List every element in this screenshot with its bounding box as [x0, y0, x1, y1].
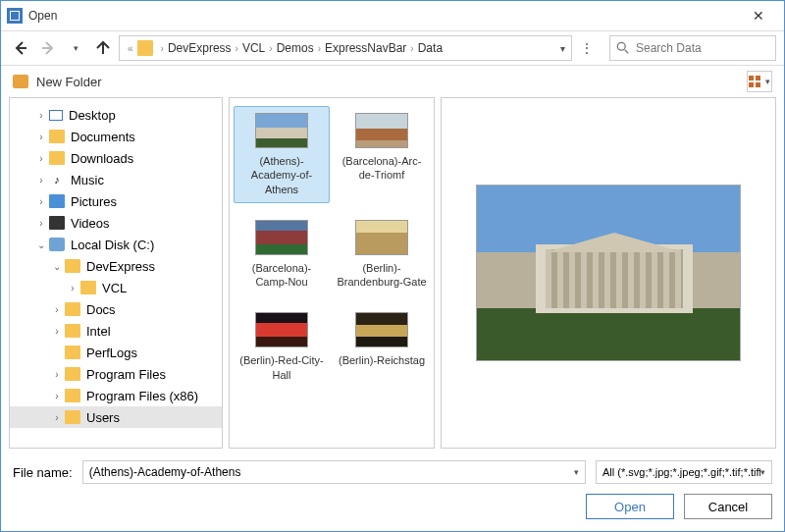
vid-icon	[49, 216, 65, 230]
search-placeholder: Search Data	[636, 41, 702, 55]
dialog-title: Open	[28, 9, 57, 23]
body-area: ›Desktop›Documents›Downloads›♪Music›Pict…	[1, 97, 784, 454]
folder-icon	[65, 367, 80, 381]
file-thumb[interactable]: (Berlin)-Reichstag	[334, 305, 430, 389]
preview-pane	[441, 97, 776, 449]
file-grid[interactable]: (Athens)-Academy-of-Athens(Barcelona)-Ar…	[229, 97, 435, 449]
file-name-input[interactable]: (Athens)-Academy-of-Athens ▾	[82, 460, 586, 484]
tree-item-label: Intel	[86, 324, 111, 339]
folder-icon	[65, 346, 80, 359]
file-thumb[interactable]: (Athens)-Academy-of-Athens	[234, 106, 330, 203]
folder-icon	[65, 302, 80, 316]
tree-item-label: Pictures	[71, 194, 117, 209]
cancel-button[interactable]: Cancel	[684, 494, 772, 519]
titlebar: Open ✕	[1, 1, 784, 30]
svg-rect-3	[749, 82, 754, 87]
tree-item-label: Program Files (x86)	[86, 389, 198, 403]
file-type-filter[interactable]: All (*.svg;*.jpg;*.jpeg;*.gif;*.tif;*.ti…	[596, 460, 772, 484]
tree-item[interactable]: ›Program Files (x86)	[10, 385, 222, 406]
breadcrumb-dropdown[interactable]: ▾	[554, 43, 571, 54]
thumb-image	[355, 113, 408, 148]
tree-item[interactable]: ›Users	[10, 406, 222, 428]
thumb-label: (Berlin)-Reichstag	[339, 353, 425, 367]
folder-icon	[80, 281, 96, 294]
tree-item-label: DevExpress	[86, 259, 155, 274]
tree-item[interactable]: ›Desktop	[10, 104, 222, 126]
folder-icon	[49, 151, 65, 165]
tree-item-label: Music	[71, 173, 104, 187]
tree-item[interactable]: ›Documents	[10, 126, 222, 147]
tree-item-label: Videos	[71, 216, 110, 231]
file-thumb[interactable]: (Barcelona)-Camp-Nou	[234, 213, 330, 296]
tree-item-label: VCL	[102, 281, 127, 295]
up-button[interactable]	[91, 36, 115, 60]
thumb-image	[255, 312, 308, 347]
open-button[interactable]: Open	[586, 494, 674, 519]
open-file-dialog: Open ✕ ▾ « › DevExpress › VCL › Demos › …	[0, 0, 785, 532]
file-name-label: File name:	[13, 465, 73, 480]
file-thumb[interactable]: (Berlin)-Brandenburg-Gate	[334, 213, 430, 296]
new-folder-icon	[13, 75, 28, 88]
tree-item[interactable]: ›Intel	[10, 320, 222, 342]
folder-icon	[65, 324, 80, 338]
tree-item-label: Desktop	[69, 108, 116, 123]
tree-item[interactable]: ⌄Local Disk (C:)	[10, 234, 222, 255]
dialog-buttons: Open Cancel	[1, 490, 784, 531]
breadcrumb-item[interactable]: VCL	[242, 41, 265, 55]
breadcrumb-item[interactable]: Data	[418, 41, 443, 55]
tree-item-label: Documents	[71, 130, 135, 144]
tree-item[interactable]: ›Videos	[10, 212, 222, 234]
breadcrumb-item[interactable]: Demos	[277, 41, 314, 55]
tree-item-label: Users	[86, 410, 120, 425]
thumb-image	[355, 220, 408, 255]
thumb-image	[255, 220, 308, 255]
tree-item[interactable]: ›Program Files	[10, 363, 222, 385]
tree-item[interactable]: ›VCL	[10, 277, 222, 298]
breadcrumb-item[interactable]: ExpressNavBar	[325, 41, 406, 55]
folder-icon	[65, 410, 80, 424]
file-thumb[interactable]: (Barcelona)-Arc-de-Triomf	[334, 106, 430, 203]
svg-rect-4	[756, 82, 760, 87]
file-name-bar: File name: (Athens)-Academy-of-Athens ▾ …	[1, 454, 784, 490]
history-dropdown[interactable]: ▾	[64, 36, 87, 60]
tree-item-label: Docs	[86, 302, 116, 317]
tree-item[interactable]: ›Downloads	[10, 147, 222, 169]
thumb-label: (Barcelona)-Camp-Nou	[236, 261, 327, 290]
search-icon	[616, 41, 630, 55]
filter-value: All (*.svg;*.jpg;*.jpeg;*.gif;*.tif;*.ti…	[602, 466, 760, 478]
toolbar: New Folder ▾	[1, 66, 784, 97]
thumb-image	[255, 113, 308, 148]
tree-item[interactable]: ›Docs	[10, 298, 222, 320]
tree-item-label: PerfLogs	[86, 346, 137, 360]
close-button[interactable]: ✕	[739, 2, 778, 29]
tree-item-label: Downloads	[71, 151, 133, 166]
file-thumb[interactable]: (Berlin)-Red-City-Hall	[234, 305, 330, 389]
disk-icon	[49, 238, 65, 251]
more-icon[interactable]: ⋮	[576, 40, 598, 56]
new-folder-button[interactable]: New Folder	[36, 75, 101, 89]
search-input[interactable]: Search Data	[609, 35, 776, 61]
thumb-label: (Berlin)-Red-City-Hall	[236, 353, 327, 382]
view-options-button[interactable]: ▾	[747, 71, 772, 92]
app-icon	[7, 8, 23, 24]
tree-item[interactable]: ›Pictures	[10, 190, 222, 212]
breadcrumb[interactable]: « › DevExpress › VCL › Demos › ExpressNa…	[119, 35, 572, 61]
mon-icon	[49, 110, 63, 121]
thumb-label: (Athens)-Academy-of-Athens	[236, 154, 327, 196]
breadcrumb-item[interactable]: DevExpress	[168, 41, 232, 55]
tree-item[interactable]: ›♪Music	[10, 169, 222, 190]
folder-icon	[65, 259, 80, 273]
preview-image	[476, 185, 741, 361]
forward-button[interactable]	[36, 36, 60, 60]
tree-item-label: Program Files	[86, 367, 166, 382]
tree-item[interactable]: ⌄DevExpress	[10, 255, 222, 277]
folder-tree[interactable]: ›Desktop›Documents›Downloads›♪Music›Pict…	[9, 97, 223, 449]
folder-icon	[65, 389, 80, 402]
folder-icon	[49, 130, 65, 143]
svg-rect-1	[749, 76, 754, 80]
back-button[interactable]	[9, 36, 32, 60]
note-icon: ♪	[49, 173, 65, 186]
pic-icon	[49, 194, 65, 208]
tree-item-label: Local Disk (C:)	[71, 238, 154, 252]
tree-item[interactable]: PerfLogs	[10, 342, 222, 363]
